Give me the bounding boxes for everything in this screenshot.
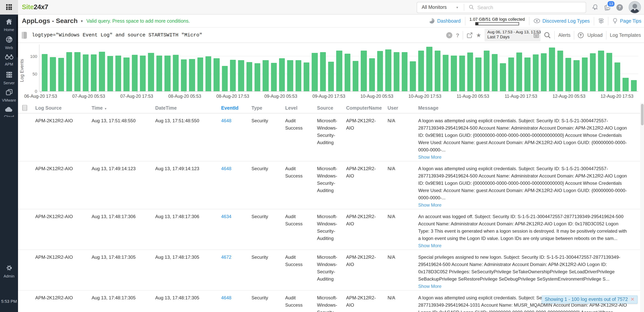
bar[interactable]	[369, 58, 375, 91]
bar[interactable]	[386, 50, 392, 91]
sidebar-item-admin[interactable]: Admin	[0, 264, 18, 278]
bar[interactable]	[58, 58, 64, 91]
show-more-link[interactable]: Show More	[418, 202, 629, 209]
bar[interactable]	[164, 56, 170, 91]
upload-icon[interactable]	[578, 32, 584, 38]
bar[interactable]	[459, 56, 465, 91]
bar[interactable]	[295, 60, 301, 91]
column-header-computername[interactable]: ComputerName	[346, 105, 388, 110]
tasks-icon[interactable]: 13	[604, 4, 611, 11]
query-input[interactable]: logtype="Windows Event Log" and source S…	[32, 32, 202, 38]
bar[interactable]	[524, 57, 530, 91]
bar[interactable]	[598, 51, 604, 91]
bar[interactable]	[91, 54, 97, 91]
column-header-datetime[interactable]: DateTime	[155, 105, 221, 110]
bar[interactable]	[254, 63, 260, 91]
column-header-time[interactable]: Time▼	[92, 105, 155, 110]
bar[interactable]	[279, 58, 285, 91]
bar[interactable]	[606, 53, 612, 91]
sidebar-item-vmware[interactable]: VMware	[0, 89, 18, 106]
bar[interactable]	[238, 60, 244, 91]
bar[interactable]	[214, 58, 220, 91]
log-templates-button[interactable]: Log Templates	[610, 32, 641, 38]
help-icon[interactable]: ?	[616, 4, 623, 10]
table-row[interactable]: APM-2K12R2-AIOAug 13, 17:48:17:306Aug 13…	[18, 209, 644, 250]
bar[interactable]	[124, 57, 130, 91]
cell-eventid[interactable]: 4672	[221, 250, 252, 290]
column-header-user[interactable]: User	[388, 105, 418, 110]
query-help-icon[interactable]: ?	[456, 32, 459, 38]
cell-eventid[interactable]: 4648	[221, 161, 252, 209]
bar[interactable]	[189, 59, 195, 91]
bar[interactable]	[140, 56, 146, 91]
column-header-level[interactable]: Level	[285, 105, 317, 110]
sidebar-scrollbar[interactable]	[16, 16, 18, 58]
cell-eventid[interactable]: 4648	[221, 290, 252, 312]
bar[interactable]	[467, 52, 473, 91]
run-search-icon[interactable]	[544, 32, 551, 38]
bar[interactable]	[492, 54, 498, 91]
eventid-link[interactable]: 4648	[221, 295, 231, 300]
bar[interactable]	[443, 55, 449, 91]
bar[interactable]	[549, 48, 555, 92]
dashboard-link[interactable]: Dashboard	[429, 18, 460, 24]
sidebar-item-web[interactable]: Web	[0, 36, 18, 54]
bell-icon[interactable]	[591, 3, 599, 11]
bar[interactable]	[475, 57, 481, 91]
bar[interactable]	[173, 55, 179, 91]
column-header-log-source[interactable]: Log Source	[35, 105, 92, 110]
bar[interactable]	[377, 51, 383, 91]
clear-query-icon[interactable]: ✕	[446, 32, 452, 38]
bar[interactable]	[582, 57, 588, 91]
bar[interactable]	[418, 50, 424, 91]
bar[interactable]	[42, 54, 48, 91]
eventid-link[interactable]: 4634	[221, 214, 231, 219]
bar[interactable]	[66, 52, 72, 91]
bar[interactable]	[557, 51, 563, 91]
discovered-log-types-link[interactable]: Discovered Log Types	[534, 18, 590, 24]
share-query-icon[interactable]	[466, 32, 473, 38]
eventid-link[interactable]: 4648	[221, 166, 231, 171]
bar[interactable]	[99, 52, 105, 91]
bar[interactable]	[197, 57, 203, 91]
cell-eventid[interactable]: 4648	[221, 114, 252, 161]
bar[interactable]	[590, 53, 596, 91]
show-more-link[interactable]: Show More	[418, 284, 442, 289]
app-launcher-button[interactable]	[0, 0, 18, 14]
bar[interactable]	[516, 52, 522, 91]
column-header-source[interactable]: Source	[317, 105, 346, 110]
eventid-link[interactable]: 4672	[221, 254, 231, 260]
eventid-link[interactable]: 4648	[221, 118, 231, 124]
close-icon[interactable]: ✕	[630, 297, 634, 302]
bar[interactable]	[394, 52, 400, 91]
show-more-link[interactable]: Show More	[418, 154, 629, 161]
bar[interactable]	[344, 54, 350, 91]
search-input[interactable]: Search	[464, 4, 586, 10]
upload-button[interactable]: Upload	[588, 32, 602, 38]
bar[interactable]	[116, 56, 121, 91]
bar[interactable]	[353, 61, 358, 91]
bar[interactable]	[74, 52, 80, 91]
column-header-message[interactable]: Message	[418, 105, 632, 110]
bar[interactable]	[484, 50, 490, 91]
table-scrollbar-thumb[interactable]	[641, 104, 644, 125]
bar[interactable]	[426, 46, 432, 91]
cell-eventid[interactable]: 4634	[221, 209, 252, 250]
chevron-down-icon[interactable]: ▼	[80, 20, 84, 23]
table-row[interactable]: APM-2K12R2-AIOAug 13, 17:51:48:550Aug 13…	[18, 114, 644, 161]
table-row[interactable]: APM-2K12R2-AIOAug 13, 17:48:17:305Aug 13…	[18, 250, 644, 290]
sidebar-item-server[interactable]: Server	[0, 71, 18, 89]
signpost-icon[interactable]	[598, 18, 604, 24]
bar[interactable]	[623, 78, 629, 91]
sidebar-item-home[interactable]: Home	[0, 18, 18, 36]
bar[interactable]	[541, 53, 547, 91]
monitor-filter-dropdown[interactable]: All Monitors ▼	[417, 4, 464, 10]
bar[interactable]	[508, 57, 514, 91]
bar[interactable]	[566, 58, 571, 91]
favorite-star-icon[interactable]: ★	[476, 32, 481, 38]
table-row[interactable]: APM-2K12R2-AIOAug 13, 17:49:14:123Aug 13…	[18, 161, 644, 209]
date-range-picker[interactable]: Aug 06, 17:53 - Aug 13, 17:53 Last 7 Day…	[485, 29, 541, 42]
sidebar-item-apm[interactable]: APM	[0, 54, 18, 71]
bar[interactable]	[304, 63, 310, 91]
bar[interactable]	[287, 60, 293, 91]
